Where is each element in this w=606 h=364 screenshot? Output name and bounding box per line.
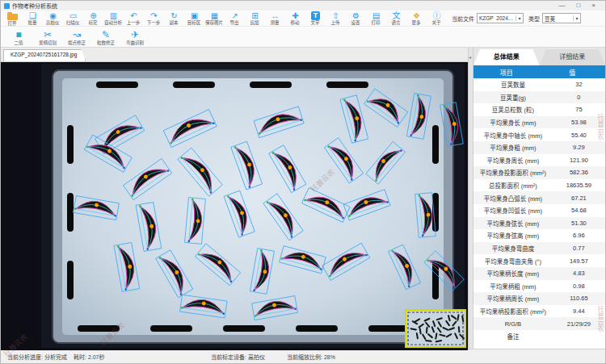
row-label: 总投影面积 (mm²) — [473, 179, 553, 192]
toolbar-next-step-button[interactable]: ↷下一步 — [144, 10, 164, 27]
type-group: 类型 豆荚 ▾ — [528, 13, 581, 23]
text-label: 文字 — [311, 20, 320, 25]
row-value: 75 — [553, 103, 605, 116]
toolbar-auto-analysis-button[interactable]: ▥自动分析 — [103, 10, 124, 27]
previous-step-label: 上一步 — [127, 20, 141, 25]
toolbar-export-button[interactable]: ↗导出 — [225, 10, 245, 27]
chevron-down-icon: ▾ — [573, 15, 580, 21]
grain-count-fix-icon: ✎ — [102, 29, 110, 40]
toolbar-measure-button[interactable]: ↔测量 — [265, 10, 285, 27]
row-value — [553, 330, 605, 343]
current-file-label: 当前文件 — [452, 15, 474, 23]
toolbar-stem-cut-button[interactable]: ✂果柄切割 — [33, 28, 62, 46]
row-label: 平均果柄长度 (mm) — [473, 267, 553, 280]
toolbar-save-image-button[interactable]: ▦保存图片 — [204, 10, 225, 27]
append-icon: ⊞ — [251, 11, 258, 20]
toolbar-endpoint-fix-button[interactable]: ↝端点修正 — [62, 28, 91, 46]
table-row: 平均果身周长 (mm)121.90 — [473, 154, 605, 167]
row-value: 21/29/29 — [553, 317, 605, 330]
scanner-label: 扫描仪 — [66, 20, 80, 25]
more-label: 更多 — [412, 20, 421, 25]
tab-overall-results[interactable]: 总体结果 — [473, 49, 540, 65]
minimize-button[interactable]: — — [558, 2, 565, 10]
toolbar-doc-camera-button[interactable]: ◉高拍仪 — [43, 10, 63, 27]
close-button[interactable]: × — [591, 2, 595, 10]
row-value: 582.36 — [553, 166, 605, 179]
type-select[interactable]: 豆荚 ▾ — [542, 13, 581, 23]
row-value: 0 — [553, 91, 605, 104]
table-row: 豆荚总粒数 (粒)75 — [473, 103, 605, 116]
toolbar-duplicate-button[interactable]: ↻副本 — [164, 10, 184, 27]
export-icon: ↗ — [231, 11, 238, 20]
open-icon — [7, 14, 18, 20]
row-value: 53.98 — [553, 116, 605, 129]
toolbar-binary-button[interactable]: ■二值 — [4, 28, 33, 46]
auto-analysis-label: 自动分析 — [104, 20, 122, 25]
table-row: 总投影面积 (mm²)18635.59 — [473, 179, 605, 192]
window-title: 作物考种分析系统 — [12, 2, 57, 10]
scanner-icon: ▭ — [69, 11, 77, 20]
row-label: 平均果身弦长 (mm) — [473, 217, 553, 230]
row-value: 67.21 — [553, 191, 605, 204]
tab-detailed-results[interactable]: 详细结果 — [540, 49, 606, 65]
settings-icon: ⚙ — [352, 11, 360, 20]
header-value: 值 — [540, 65, 606, 78]
row-label: 平均果身长 (mm) — [473, 116, 553, 129]
toolbar-curve-recognition-button[interactable]: ✈弯曲识别 — [120, 28, 149, 46]
toolbar-calibration-button[interactable]: ⊕标定 — [83, 10, 103, 27]
endpoint-fix-icon: ↝ — [73, 29, 81, 40]
endpoint-fix-label: 端点修正 — [68, 40, 86, 45]
minimap-thumbnail[interactable] — [405, 309, 466, 348]
duplicate-label: 副本 — [170, 20, 179, 25]
target-area-label: 目标区 — [187, 20, 201, 25]
table-row: 平均果身中轴长 (mm)55.40 — [473, 128, 605, 141]
toolbar-scanner-button[interactable]: ▭扫描仪 — [63, 10, 83, 27]
panel-splitter[interactable] — [468, 48, 473, 349]
row-value: 149.57 — [553, 254, 605, 267]
results-tab-bar: 总体结果 详细结果 — [473, 48, 605, 65]
upload-icon: ⇧ — [332, 11, 339, 20]
row-value: 18635.59 — [553, 179, 605, 192]
batch-icon: ❏ — [29, 11, 36, 20]
toolbar-more-button[interactable]: ❖更多 — [406, 10, 427, 27]
title-bar: 作物考种分析系统 — □ × — [1, 1, 605, 10]
row-value: 9.29 — [553, 141, 605, 154]
row-label: 平均果身周长 (mm) — [473, 154, 553, 167]
toolbar-grain-count-fix-button[interactable]: ✎粒数修正 — [91, 28, 120, 46]
table-row: 平均果柄粗 (mm)0.98 — [473, 280, 605, 293]
row-label: 平均果柄周长 (mm) — [473, 292, 553, 305]
toolbar-language-button[interactable]: 文语言 — [386, 10, 406, 27]
row-label: R/G/B — [473, 317, 553, 330]
toolbar-append-button[interactable]: ⊞追加 — [245, 10, 265, 27]
auto-analysis-icon: ▥ — [110, 11, 117, 20]
toolbar-text-button[interactable]: T文字 — [305, 10, 326, 27]
toolbar-print-button[interactable]: ▤打印 — [366, 10, 386, 27]
table-row: 平均果身弦长 (mm)51.30 — [473, 217, 605, 230]
toolbar-target-area-button[interactable]: ▣目标区 — [184, 10, 204, 27]
maximize-button[interactable]: □ — [576, 2, 580, 10]
status-bar: 当前分析进度: 分析完成 耗时: 2.07秒 当前标定设备: 高拍仪 当前缩放比… — [1, 349, 605, 363]
toolbar-settings-button[interactable]: ⚙设置 — [346, 10, 366, 27]
row-value: 121.90 — [553, 154, 605, 167]
toolbar-upload-button[interactable]: ⇧上传 — [326, 10, 346, 27]
current-file-select[interactable]: KZGP_20240725161728.jpg ▾ — [477, 13, 524, 23]
row-label: 平均果身中轴长 (mm) — [473, 128, 553, 141]
row-value: 54.68 — [553, 204, 605, 217]
row-value: 55.40 — [553, 128, 605, 141]
settings-label: 设置 — [351, 20, 360, 25]
document-tab[interactable]: KZGP_20240725161728.jpg — [3, 49, 86, 61]
row-label: 平均果身凸弧长 (mm) — [473, 191, 553, 204]
table-row: 平均果身弦高 (mm)6.96 — [473, 229, 605, 242]
image-canvas[interactable]: 托普云农 托普云农 — [1, 62, 468, 350]
toolbar-about-button[interactable]: ⓘ关于 — [427, 10, 447, 27]
append-label: 追加 — [250, 20, 259, 25]
row-label: 平均果身凹弧长 (mm) — [473, 204, 553, 217]
toolbar-previous-step-button[interactable]: ↶上一步 — [124, 10, 144, 27]
next-step-icon: ↷ — [150, 11, 157, 20]
header-item: 项目 — [473, 65, 540, 78]
doc-camera-icon: ◉ — [49, 11, 57, 20]
toolbar-move-button[interactable]: ✚移动 — [285, 10, 305, 27]
toolbar-batch-button[interactable]: ❏批量 — [23, 10, 43, 27]
table-row: R/G/B21/29/29 — [473, 317, 605, 330]
toolbar-open-button[interactable]: 打开 — [2, 10, 23, 27]
